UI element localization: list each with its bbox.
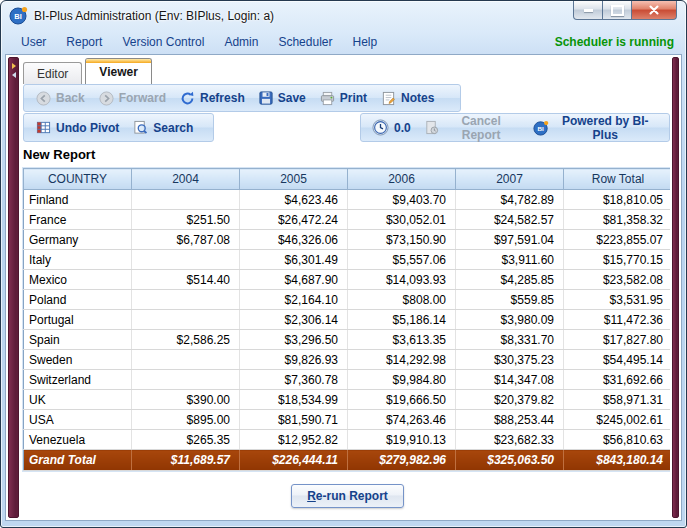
tab-editor-label: Editor	[37, 67, 68, 81]
value-cell: $4,687.90	[240, 270, 348, 290]
search-button[interactable]: Search	[126, 118, 200, 137]
value-cell: $20,379.82	[456, 390, 564, 410]
powered-by-button[interactable]: BI Powered by BI-Plus	[526, 112, 664, 144]
value-cell: $12,952.82	[240, 430, 348, 450]
back-label: Back	[56, 91, 85, 105]
value-cell: $9,826.93	[240, 350, 348, 370]
left-splitter[interactable]	[8, 57, 19, 518]
value-cell: $23,582.08	[564, 270, 671, 290]
table-row[interactable]: Mexico$514.40$4,687.90$14,093.93$4,285.8…	[24, 270, 671, 290]
svg-text:BI: BI	[537, 125, 543, 132]
column-header[interactable]: 2006	[348, 169, 456, 190]
notes-button[interactable]: Notes	[374, 89, 441, 108]
search-label: Search	[153, 121, 193, 135]
table-row[interactable]: Poland$2,164.10$808.00$559.85$3,531.95	[24, 290, 671, 310]
tab-viewer-label: Viewer	[99, 65, 137, 79]
table-row[interactable]: France$251.50$26,472.24$30,052.01$24,582…	[24, 210, 671, 230]
country-cell: Finland	[24, 190, 132, 210]
country-cell: UK	[24, 390, 132, 410]
value-cell: $2,586.25	[132, 330, 240, 350]
value-cell	[132, 350, 240, 370]
menu-admin[interactable]: Admin	[214, 32, 268, 52]
value-cell: $97,591.04	[456, 230, 564, 250]
close-button[interactable]	[631, 1, 677, 20]
print-icon	[320, 91, 335, 106]
back-icon	[36, 91, 51, 106]
country-cell: USA	[24, 410, 132, 430]
value-cell: $23,682.33	[456, 430, 564, 450]
value-cell: $8,331.70	[456, 330, 564, 350]
window-controls	[573, 1, 677, 20]
save-label: Save	[278, 91, 306, 105]
value-cell: $14,292.98	[348, 350, 456, 370]
tab-editor[interactable]: Editor	[23, 62, 82, 84]
refresh-button[interactable]: Refresh	[173, 89, 252, 108]
value-cell: $14,347.08	[456, 370, 564, 390]
value-cell: $30,375.23	[456, 350, 564, 370]
table-row[interactable]: Italy$6,301.49$5,557.06$3,911.60$15,770.…	[24, 250, 671, 270]
value-cell: $3,911.60	[456, 250, 564, 270]
report-table: COUNTRY2004200520062007Row Total Finland…	[23, 168, 670, 471]
table-row[interactable]: Switzerland$7,360.78$9,984.80$14,347.08$…	[24, 370, 671, 390]
table-row[interactable]: Sweden$9,826.93$14,292.98$30,375.23$54,4…	[24, 350, 671, 370]
value-cell: $6,787.08	[132, 230, 240, 250]
value-cell: $30,052.01	[348, 210, 456, 230]
value-cell: $5,557.06	[348, 250, 456, 270]
value-cell: $18,534.99	[240, 390, 348, 410]
country-cell: France	[24, 210, 132, 230]
toolbar-gap	[214, 113, 360, 142]
right-splitter[interactable]	[672, 57, 679, 518]
print-button[interactable]: Print	[313, 89, 374, 108]
value-cell: $46,326.06	[240, 230, 348, 250]
table-row[interactable]: Portugal$2,306.14$5,186.14$3,980.09$11,4…	[24, 310, 671, 330]
menu-report[interactable]: Report	[56, 32, 112, 52]
rerun-report-button[interactable]: Re-run Report	[291, 484, 404, 508]
table-row[interactable]: UK$390.00$18,534.99$19,666.50$20,379.82$…	[24, 390, 671, 410]
column-header[interactable]: 2007	[456, 169, 564, 190]
table-row[interactable]: Spain$2,586.25$3,296.50$3,613.35$8,331.7…	[24, 330, 671, 350]
column-header[interactable]: 2005	[240, 169, 348, 190]
cancel-report-button[interactable]: Cancel Report	[417, 112, 526, 144]
forward-icon	[99, 91, 114, 106]
forward-button[interactable]: Forward	[92, 89, 173, 108]
app-window: BI BI-Plus Administration (Env: BIPlus, …	[0, 0, 687, 528]
title-bar[interactable]: BI BI-Plus Administration (Env: BIPlus, …	[1, 1, 686, 30]
back-button[interactable]: Back	[29, 89, 92, 108]
value-cell: $81,590.71	[240, 410, 348, 430]
value-cell: $6,301.49	[240, 250, 348, 270]
value-cell: $3,613.35	[348, 330, 456, 350]
tab-viewer[interactable]: Viewer	[85, 58, 151, 84]
menu-version-control[interactable]: Version Control	[112, 32, 214, 52]
undo-pivot-button[interactable]: Undo Pivot	[29, 118, 126, 137]
country-cell: Poland	[24, 290, 132, 310]
table-row[interactable]: Venezuela$265.35$12,952.82$19,910.13$23,…	[24, 430, 671, 450]
timer-value: 0.0	[394, 121, 411, 135]
value-cell: $88,253.44	[456, 410, 564, 430]
value-cell	[132, 250, 240, 270]
report-footer: Re-run Report	[23, 471, 670, 520]
forward-label: Forward	[119, 91, 166, 105]
table-row[interactable]: Germany$6,787.08$46,326.06$73,150.90$97,…	[24, 230, 671, 250]
value-cell: $3,980.09	[456, 310, 564, 330]
column-header[interactable]: Row Total	[564, 169, 671, 190]
menu-scheduler[interactable]: Scheduler	[268, 32, 342, 52]
report-status-toolbar: 0.0 Cancel Report	[360, 113, 670, 142]
value-cell: $15,770.15	[564, 250, 671, 270]
tab-strip: Editor Viewer	[21, 55, 670, 84]
value-cell: $390.00	[132, 390, 240, 410]
minimize-button[interactable]	[573, 1, 603, 20]
notes-icon	[381, 91, 396, 106]
maximize-button[interactable]	[603, 1, 631, 20]
country-cell: Spain	[24, 330, 132, 350]
menu-help[interactable]: Help	[342, 32, 387, 52]
menu-user[interactable]: User	[11, 32, 56, 52]
splitter-arrow-icon	[12, 63, 16, 69]
table-row[interactable]: Finland$4,623.46$9,403.70$4,782.89$18,81…	[24, 190, 671, 210]
column-header[interactable]: 2004	[132, 169, 240, 190]
value-cell: $73,150.90	[348, 230, 456, 250]
table-body: Finland$4,623.46$9,403.70$4,782.89$18,81…	[24, 190, 671, 450]
table-row[interactable]: USA$895.00$81,590.71$74,263.46$88,253.44…	[24, 410, 671, 430]
save-button[interactable]: Save	[252, 89, 313, 107]
column-header[interactable]: COUNTRY	[24, 169, 132, 190]
value-cell: $24,582.57	[456, 210, 564, 230]
